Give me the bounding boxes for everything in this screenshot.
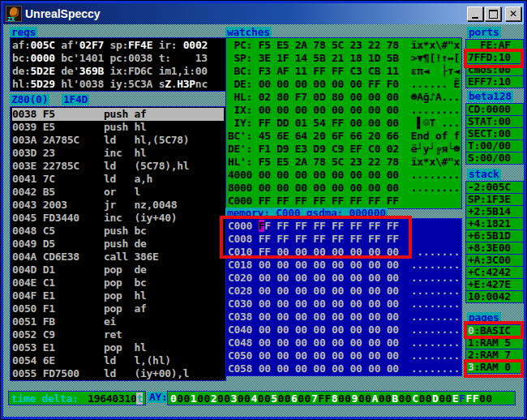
memory-panel: C000 FF FF FF FF FF FF FF FF C008 FF FF …: [225, 218, 462, 376]
ay-registers-panel: 0001002003004005006007FF800900A00B00C00D…: [167, 391, 516, 405]
beta128-cell[interactable]: T:00/00: [465, 139, 524, 152]
memory-row[interactable]: C040 00 00 00 00 00 00 00 00 ........: [228, 324, 460, 336]
port-cell[interactable]: FE:AF: [465, 39, 524, 52]
page-cell[interactable]: 1:RAM 5: [465, 336, 524, 349]
disassembly-row[interactable]: 003E 22785C ld (5C78),hl: [12, 160, 224, 173]
memory-row[interactable]: C018 00 00 00 00 00 00 00 00 ........: [228, 259, 460, 272]
disassembly-row[interactable]: 004D D1 pop de: [12, 264, 224, 276]
stack-cell[interactable]: +8:3E00: [465, 242, 524, 255]
watch-row[interactable]: SP: 3E 1F 14 5B 21 18 1D 5B >▼¶[!↑↔[: [228, 52, 460, 65]
regs-row[interactable]: bc:0000 bc'1401 pc:0038 t: 13: [12, 52, 224, 65]
regs-row[interactable]: af:005C af'02F7 sp:FF4E ir: 0002: [12, 39, 224, 52]
watch-row[interactable]: IY: FF DD 01 54 FF 00 00 00 ▌☺T ...: [228, 117, 460, 130]
regs-rows: af:005C af'02F7 sp:FF4E ir: 0002bc:0000 …: [12, 39, 224, 91]
beta128-cell[interactable]: CD:0000: [465, 103, 524, 116]
beta128-cell[interactable]: STAT:00: [465, 115, 524, 128]
disassembly-row[interactable]: 003D 23 inc hl: [12, 147, 224, 160]
regs-row[interactable]: de:5D2E de'369B ix:FD6C im1,i:00: [12, 65, 224, 78]
memory-row[interactable]: C058 00 00 00 00 00 00 00 00 ........: [228, 362, 460, 375]
memory-row[interactable]: C028 00 00 00 00 00 00 00 00 ........: [228, 285, 460, 298]
titlebar-buttons: ✕: [467, 6, 521, 21]
watch-row[interactable]: 8000 00 00 00 00 00 00 00 00 ........: [228, 182, 460, 195]
minimize-button[interactable]: [467, 6, 483, 21]
disassembly-row[interactable]: 0045 FD3440 inc (iy+40): [12, 212, 224, 225]
disassembly-row[interactable]: 0052 C9 ret: [12, 328, 224, 341]
beta128-header: beta128: [467, 91, 513, 102]
stack-header: stack: [467, 169, 501, 180]
stack-cell[interactable]: +6:5B1D: [465, 229, 524, 242]
watch-row[interactable]: IX: 00 00 00 00 00 00 00 00 ........: [228, 104, 460, 117]
disassembly-row[interactable]: 0051 FB ei: [12, 315, 224, 328]
memory-row[interactable]: C048 00 00 00 00 00 00 00 00 ........: [228, 336, 460, 349]
stack-cell[interactable]: +2:5B14: [465, 205, 524, 218]
watch-row[interactable]: C000 FF FF FF FF FF FF FF FF: [228, 195, 460, 208]
disassembly-row[interactable]: 004A CD6E38 call 386E: [12, 251, 224, 264]
cpu-value: 1F4D: [62, 94, 89, 105]
disassembly-row[interactable]: 0050 F1 pop af: [12, 302, 224, 315]
disassembly-panel: 0038 F5 push af0039 E5 push hl003A 2A785…: [10, 106, 226, 381]
stack-cell[interactable]: SP:1F3E: [465, 193, 524, 206]
memory-row[interactable]: C050 00 00 00 00 00 00 00 00 ........: [228, 349, 460, 362]
time-delta-panel: time delta: 19640310 t: [8, 391, 146, 405]
stack-group: -2:005CSP:1F3E+2:5B14+4:1821+6:5B1D+8:3E…: [465, 181, 524, 303]
watch-row[interactable]: HL: 02 80 F7 0D 80 00 00 00 ☻Ağ♪A...: [228, 91, 460, 104]
disassembly-row[interactable]: 0038 F5 push af: [12, 108, 224, 121]
stack-cell[interactable]: 10:0042: [465, 290, 524, 303]
regs-row[interactable]: hl:5D29 hl'0038 iy:5C3A sZ.H3Pnc: [12, 78, 224, 91]
memory-row[interactable]: C000 FF FF FF FF FF FF FF FF: [228, 220, 460, 233]
window-title: UnrealSpeccy: [25, 7, 467, 20]
memory-row[interactable]: C010 FF 00 00 00 00 00 00 00 .......: [228, 246, 460, 259]
disassembly-row[interactable]: 004F E1 pop hl: [12, 289, 224, 302]
watch-row[interactable]: PC: F5 E5 2A 78 5C 23 22 78 ïx*x\#"x: [228, 39, 460, 52]
close-button[interactable]: ✕: [505, 6, 521, 21]
port-cell[interactable]: EFF7:10: [465, 75, 524, 88]
disassembly-row[interactable]: 0048 C5 push bc: [12, 225, 224, 238]
titlebar[interactable]: zx UnrealSpeccy ✕: [3, 3, 524, 24]
disassembly-row[interactable]: 0039 E5 push hl: [12, 121, 224, 134]
beta128-cell[interactable]: SECT:00: [465, 127, 524, 140]
pages-group: 0:BASIC1:RAM 52:RAM 73:RAM 0: [465, 324, 524, 374]
memory-row[interactable]: C008 FF FF FF FF FF FF FF FF: [228, 233, 460, 246]
stack-cell[interactable]: +A:3C00: [465, 254, 524, 267]
memory-rows: C000 FF FF FF FF FF FF FF FF C008 FF FF …: [228, 220, 460, 375]
page-cell[interactable]: 3:RAM 0: [465, 361, 524, 374]
watch-row[interactable]: DE': F1 D9 E3 D9 C9 EF C0 02 ë┘у┘╔я└☻: [228, 143, 460, 156]
regs-panel: af:005C af'02F7 sp:FF4E ir: 0002bc:0000 …: [10, 37, 226, 92]
regs-header: regs: [10, 27, 37, 38]
pages-header: pages: [467, 312, 501, 324]
watch-row[interactable]: HL': F5 E5 2A 78 5C 23 22 78 ïx*x\#"x: [228, 156, 460, 169]
stack-cell[interactable]: +C:4242: [465, 266, 524, 279]
port-cell[interactable]: 7FFD:10: [465, 51, 524, 64]
unrealspeccy-window: zx UnrealSpeccy ✕ regs af:005C af'02F7 s…: [0, 0, 527, 420]
memory-row[interactable]: C020 00 00 00 00 00 00 00 00 ........: [228, 272, 460, 285]
page-cell[interactable]: 0:BASIC: [465, 324, 524, 337]
app-icon-zx-text: zx: [7, 15, 15, 22]
minimize-icon: [472, 17, 478, 19]
ports-header: ports: [467, 27, 501, 38]
disassembly-row[interactable]: 0043 2003 jr nz,0048: [12, 199, 224, 212]
maximize-button[interactable]: [485, 6, 501, 21]
disassembly-row[interactable]: 0049 D5 push de: [12, 238, 224, 251]
watch-row[interactable]: BC': 45 6E 64 20 6F 66 20 66 End of f: [228, 130, 460, 143]
memory-header: memory: C000 gsdma: 000000: [225, 208, 388, 219]
beta128-cell[interactable]: S:00/00: [465, 152, 524, 165]
port-cell[interactable]: cmos:00: [465, 63, 524, 76]
page-cell[interactable]: 2:RAM 7: [465, 349, 524, 362]
disassembly-row[interactable]: 0054 6E ld l,(hl): [12, 354, 224, 367]
stack-cell[interactable]: +E:427E: [465, 278, 524, 291]
disassembly-row[interactable]: 0042 B5 or l: [12, 186, 224, 199]
memory-row[interactable]: C038 00 00 00 00 00 00 00 00 ........: [228, 311, 460, 324]
disassembly-row[interactable]: 0053 E1 pop hl: [12, 341, 224, 354]
disassembly-row[interactable]: 0041 7C ld a,h: [12, 173, 224, 186]
disassembly-row[interactable]: 004E C1 pop bc: [12, 276, 224, 289]
watch-row[interactable]: BC: F3 AF 11 FF FF C3 CB 11 επ◄ ├т◄: [228, 65, 460, 78]
memory-row[interactable]: C030 00 00 00 00 00 00 00 00 ........: [228, 298, 460, 311]
stack-cell[interactable]: +4:1821: [465, 217, 524, 230]
watch-row[interactable]: DE: 00 00 00 00 00 00 FF F0 ...... Ë: [228, 78, 460, 91]
stack-cell[interactable]: -2:005C: [465, 181, 524, 194]
disassembly-row[interactable]: 0055 FD7500 ld (iy+00),l: [12, 367, 224, 380]
close-icon: ✕: [509, 8, 517, 19]
maximize-icon: [489, 10, 498, 19]
disassembly-row[interactable]: 003A 2A785C ld hl,(5C78): [12, 134, 224, 147]
watch-row[interactable]: 4000 00 00 00 00 00 00 00 00 ........: [228, 169, 460, 182]
